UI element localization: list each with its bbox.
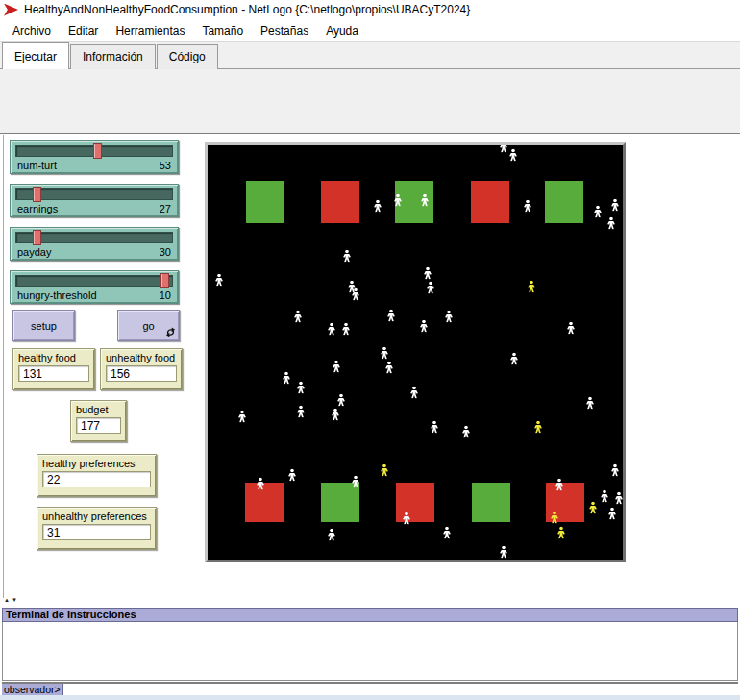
monitor-healthy-food: healthy food 131 <box>12 348 95 390</box>
monitor-value: 22 <box>42 471 151 488</box>
go-button-label: go <box>142 320 154 332</box>
forever-icon <box>165 327 176 338</box>
panel-divider <box>3 135 4 598</box>
white-person-turtle-icon <box>352 476 360 488</box>
white-person-turtle-icon <box>524 200 532 212</box>
white-person-turtle-icon <box>567 322 576 335</box>
splitter-down-icon[interactable]: ▼ <box>12 596 17 604</box>
tab-ejecutar[interactable]: Ejecutar <box>2 42 69 69</box>
white-person-turtle-icon <box>294 311 303 323</box>
slider-value: 30 <box>160 246 171 258</box>
white-person-turtle-icon <box>238 411 247 423</box>
slider-track[interactable] <box>15 275 173 287</box>
window-bottom-strip <box>0 695 740 700</box>
slider-value: 10 <box>160 289 171 301</box>
white-person-turtle-icon <box>394 194 403 207</box>
white-person-turtle-icon <box>297 382 306 394</box>
setup-button[interactable]: setup <box>12 310 75 341</box>
yellow-person-turtle-icon <box>528 281 536 293</box>
monitor-unhealthy-food: unhealthy food 156 <box>100 348 183 390</box>
white-person-turtle-icon <box>337 394 346 407</box>
monitor-value: 156 <box>106 365 177 382</box>
yellow-person-turtle-icon <box>381 464 389 477</box>
white-person-turtle-icon <box>381 347 389 360</box>
white-person-turtle-icon <box>288 469 297 482</box>
menu-ayuda[interactable]: Ayuda <box>317 21 367 40</box>
monitor-label: unhealthy preferences <box>42 511 151 522</box>
white-person-turtle-icon <box>410 387 419 399</box>
slider-thumb[interactable] <box>93 143 102 159</box>
monitor-healthy-preferences: healthy preferences 22 <box>37 454 157 497</box>
splitter-up-icon[interactable]: ▲ <box>4 596 10 604</box>
white-person-turtle-icon <box>328 323 336 336</box>
netlogo-logo-icon <box>4 4 18 16</box>
toolbar: Editar Borrar + Añadir abc Botón ▼ veloc… <box>0 69 740 134</box>
slider-hungry-threshold[interactable]: hungry-threshold10 <box>10 270 179 304</box>
slider-num-turt[interactable]: num-turt53 <box>10 140 179 174</box>
white-person-turtle-icon <box>374 200 382 212</box>
world-view-frame <box>205 142 626 562</box>
terminal-splitter[interactable]: ▲ ▼ <box>4 596 17 604</box>
slider-value: 53 <box>160 160 171 171</box>
terminal-output[interactable] <box>2 622 738 681</box>
monitor-value: 31 <box>42 524 151 540</box>
white-person-turtle-icon <box>510 353 519 365</box>
slider-track[interactable] <box>15 145 173 157</box>
title-bar: HealthyAndNonHealthyFoodConsumption - Ne… <box>0 0 740 19</box>
red-food-patch <box>471 181 509 223</box>
white-person-turtle-icon <box>445 311 454 323</box>
slider-thumb[interactable] <box>33 187 41 202</box>
white-person-turtle-icon <box>385 362 394 374</box>
slider-thumb[interactable] <box>33 230 41 245</box>
slider-thumb[interactable] <box>160 273 169 288</box>
white-person-turtle-icon <box>343 250 352 262</box>
monitor-label: healthy preferences <box>42 458 151 469</box>
yellow-person-turtle-icon <box>589 502 598 514</box>
terminal-prompt-row: observador> <box>2 682 738 695</box>
menu-archivo[interactable]: Archivo <box>4 21 60 40</box>
red-food-patch <box>245 483 284 522</box>
green-food-patch <box>545 181 583 223</box>
green-food-patch <box>472 483 510 522</box>
window-title: HealthyAndNonHealthyFoodConsumption - Ne… <box>24 3 470 16</box>
white-person-turtle-icon <box>333 361 341 373</box>
menu-tamaño[interactable]: Tamaño <box>193 21 252 40</box>
white-person-turtle-icon <box>297 406 306 418</box>
world-view[interactable] <box>208 145 623 560</box>
white-person-turtle-icon <box>328 529 336 541</box>
monitor-label: budget <box>76 404 121 415</box>
terminal-command-input[interactable] <box>63 684 738 695</box>
slider-name: hungry-threshold <box>17 289 97 301</box>
tab-código[interactable]: Código <box>157 44 218 69</box>
monitor-value: 131 <box>18 365 89 382</box>
slider-payday[interactable]: payday30 <box>10 227 179 261</box>
green-food-patch <box>321 483 359 522</box>
observer-prompt-label: observador> <box>2 684 63 695</box>
white-person-turtle-icon <box>500 546 508 559</box>
slider-track[interactable] <box>15 188 173 200</box>
white-person-turtle-icon <box>500 145 508 153</box>
white-person-turtle-icon <box>443 527 452 539</box>
white-person-turtle-icon <box>420 320 429 333</box>
white-person-turtle-icon <box>594 206 603 218</box>
red-food-patch <box>321 181 359 223</box>
monitor-budget: budget 177 <box>70 400 127 442</box>
slider-earnings[interactable]: earnings27 <box>10 184 179 217</box>
white-person-turtle-icon <box>424 267 432 280</box>
white-person-turtle-icon <box>387 310 396 322</box>
menu-herramientas[interactable]: Herramientas <box>107 21 193 40</box>
white-person-turtle-icon <box>611 199 620 212</box>
white-person-turtle-icon <box>607 217 616 230</box>
slider-value: 27 <box>160 203 171 214</box>
tab-información[interactable]: Información <box>70 44 156 69</box>
go-button[interactable]: go <box>117 310 180 341</box>
slider-track[interactable] <box>15 232 173 243</box>
white-person-turtle-icon <box>509 149 518 162</box>
menu-editar[interactable]: Editar <box>60 21 107 40</box>
slider-name: num-turt <box>17 160 57 171</box>
terminal-header: Terminal de Instrucciones <box>2 608 738 622</box>
menu-pestañas[interactable]: Pestañas <box>252 21 317 40</box>
white-person-turtle-icon <box>403 512 411 525</box>
white-person-turtle-icon <box>332 409 340 421</box>
monitor-label: unhealthy food <box>106 352 177 363</box>
